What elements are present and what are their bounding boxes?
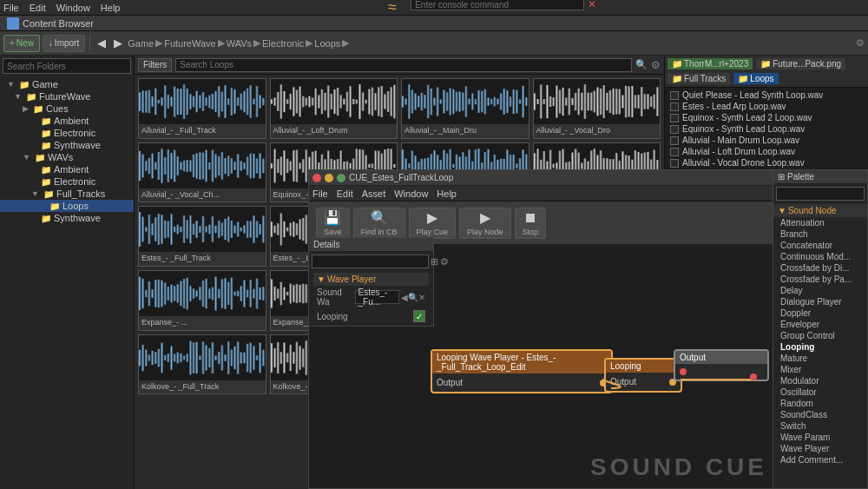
sce-menu-asset[interactable]: Asset <box>362 188 386 199</box>
palette-item[interactable]: Add Comment... <box>773 454 867 466</box>
file-list-item[interactable]: Alluvial - Loft Drum Loop.wav <box>668 146 865 157</box>
palette-item[interactable]: Mature <box>773 353 867 364</box>
play-cue-button[interactable]: ▶ Play Cue <box>409 208 457 239</box>
find-in-cb-button[interactable]: 🔍 Find in CB <box>353 208 405 239</box>
console-input[interactable] <box>411 0 584 10</box>
sce-menu-help[interactable]: Help <box>437 188 457 199</box>
palette-item[interactable]: Attenuation <box>773 217 867 228</box>
content-search-input[interactable] <box>175 58 632 72</box>
palette-item[interactable]: Random <box>773 398 867 409</box>
input-port[interactable] <box>680 368 687 375</box>
asset-item[interactable]: Alluvial_- _Vocal_Ch... <box>138 142 266 203</box>
palette-item[interactable]: Enveloper <box>773 319 867 330</box>
details-view-icon[interactable]: ⊞ <box>431 256 438 268</box>
close-button[interactable] <box>312 174 321 182</box>
path-futurewave[interactable]: FutureWave <box>164 38 216 49</box>
palette-item[interactable]: Wave Player <box>773 443 867 454</box>
tree-item-futurewave[interactable]: ▼ 📁 FutureWave <box>0 90 134 102</box>
palette-item[interactable]: Branch <box>773 228 867 240</box>
folder-loops[interactable]: 📁 Loops <box>733 73 778 84</box>
folder-future[interactable]: 📁 Future...Pack.png <box>756 58 845 69</box>
asset-item[interactable]: Alluvial_- _Main_Dru <box>401 78 529 139</box>
menu-window[interactable]: Window <box>56 3 90 13</box>
tree-item-loops[interactable]: 📁 Loops <box>0 200 134 212</box>
palette-item[interactable]: SoundClass <box>773 409 867 420</box>
tree-item-ambient1[interactable]: 📁 Ambient <box>0 115 134 127</box>
tree-item-synthwave1[interactable]: 📁 Synthwave <box>0 139 134 151</box>
menu-file[interactable]: File <box>3 3 19 13</box>
nav-back-icon[interactable]: ◀ <box>401 293 408 302</box>
nav-forward-icon[interactable]: ▶ <box>111 36 125 50</box>
file-list-item[interactable]: Alluvial - Main Drum Loop.wav <box>668 135 865 146</box>
tree-item-wavs[interactable]: ▼ 📁 WAVs <box>0 151 134 163</box>
palette-item[interactable]: Concatenator <box>773 240 867 251</box>
folder-full-tracks[interactable]: 📁 Full Tracks <box>667 73 730 84</box>
palette-item[interactable]: Delay <box>773 285 867 296</box>
palette-search-input[interactable] <box>776 187 865 201</box>
new-button[interactable]: + New <box>3 35 40 52</box>
close-console-icon[interactable]: ✕ <box>588 0 596 17</box>
maximize-button[interactable] <box>337 174 345 182</box>
palette-item[interactable]: Mixer <box>773 364 867 375</box>
palette-item[interactable]: Switch <box>773 420 867 432</box>
tree-item-ambient2[interactable]: 📁 Ambient <box>0 163 134 175</box>
file-list-item[interactable]: Quiet Please - Lead Synth Loop.wav <box>668 89 865 101</box>
path-loops[interactable]: Loops <box>314 38 340 49</box>
palette-item[interactable]: Continuous Mod... <box>773 251 867 262</box>
file-list-item[interactable]: Equinox - Synth Lead Loop.wav <box>668 123 865 135</box>
tree-item-full-tracks[interactable]: ▼ 📁 Full_Tracks <box>0 188 134 200</box>
palette-item[interactable]: Oscillator <box>773 387 867 398</box>
looping-node[interactable]: Looping Output <box>604 358 682 393</box>
asset-item[interactable]: Estes_- _Full_Track <box>138 206 266 267</box>
path-game[interactable]: Game <box>128 38 154 49</box>
palette-item[interactable]: Group Control <box>773 330 867 341</box>
tree-item-game[interactable]: ▼ 📁 Game <box>0 78 134 90</box>
path-wavs[interactable]: WAVs <box>227 38 252 49</box>
file-list-item[interactable]: Equinox - Synth Lead 2 Loop.wav <box>668 112 865 123</box>
asset-item[interactable]: Expanse_- ... <box>138 270 266 331</box>
search-icon[interactable]: 🔍 <box>635 59 648 70</box>
details-search-input[interactable] <box>312 254 429 268</box>
path-electronic[interactable]: Electronic <box>262 38 304 49</box>
filter-button[interactable]: Filters <box>138 58 172 72</box>
import-button[interactable]: ↓ Import <box>43 35 85 52</box>
sce-menu-window[interactable]: Window <box>394 188 428 199</box>
palette-item[interactable]: Modulator <box>773 375 867 387</box>
sce-menu-edit[interactable]: Edit <box>337 188 353 199</box>
tree-item-synthwave2[interactable]: 📁 Synthwave <box>0 212 134 224</box>
palette-item[interactable]: Doppler <box>773 307 867 319</box>
menu-help[interactable]: Help <box>101 3 121 13</box>
palette-item[interactable]: Looping <box>773 341 867 353</box>
file-list-item[interactable]: Alluvial - Vocal Drone Loop.wav <box>668 157 865 169</box>
palette-item[interactable]: Wave Param <box>773 432 867 443</box>
sound-wave-value[interactable]: Estes_-_Fu... <box>355 290 400 304</box>
tree-item-electronic1[interactable]: 📁 Electronic <box>0 127 134 139</box>
details-filter-icon[interactable]: ⚙ <box>440 256 449 268</box>
sound-node-section-header[interactable]: ▼ Sound Node <box>773 204 867 217</box>
file-list-item[interactable]: Estes - Lead Arp Loop.wav <box>668 101 865 112</box>
tree-item-electronic2[interactable]: 📁 Electronic <box>0 175 134 188</box>
nav-back-icon[interactable]: ◀ <box>95 36 108 50</box>
stop-button[interactable]: ⏹ Stop <box>515 208 547 239</box>
settings-icon[interactable]: ⚙ <box>856 37 865 49</box>
palette-item[interactable]: Dialogue Player <box>773 296 867 307</box>
folder-thorr[interactable]: 📁 ThorrM...rl+2023 <box>667 58 753 69</box>
minimize-button[interactable] <box>325 174 333 182</box>
play-node-button[interactable]: ▶ Play Node <box>459 208 511 239</box>
asset-item[interactable]: Kolkove_- _Full_Track <box>138 334 266 395</box>
folder-search-input[interactable] <box>3 58 131 74</box>
asset-item[interactable]: Alluvial_- _Vocal_Dro <box>533 78 661 139</box>
asset-item[interactable]: Alluvial_- _Loft_Drum <box>270 78 398 139</box>
wave-player-node[interactable]: Looping Wave Player - Estes_-_Full_Track… <box>431 349 613 393</box>
palette-item[interactable]: Crossfade by Pa... <box>773 274 867 285</box>
browse-icon[interactable]: 🔍 <box>408 293 418 302</box>
save-button[interactable]: 💾 Save <box>316 208 350 239</box>
clear-icon[interactable]: ✕ <box>418 293 425 302</box>
tree-item-cues[interactable]: ▶ 📁 Cues <box>0 102 134 115</box>
looping-checkbox[interactable]: ✓ <box>413 310 425 322</box>
asset-item[interactable]: Alluvial_- _Full_Track <box>138 78 266 139</box>
view-options-icon[interactable]: ⚙ <box>651 59 661 71</box>
sce-menu-file[interactable]: File <box>312 188 328 199</box>
menu-edit[interactable]: Edit <box>30 3 46 13</box>
palette-item[interactable]: Crossfade by Di... <box>773 262 867 274</box>
